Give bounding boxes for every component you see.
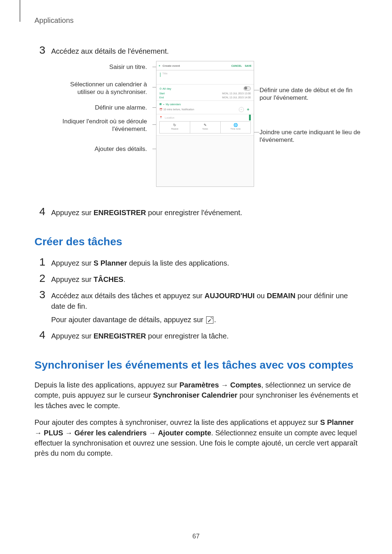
repeat-button[interactable]: ↻Repeat [159,121,190,134]
allday-row: ⊙ All day [159,86,251,91]
step-4a: 4 Appuyez sur ENREGISTRER pour enregistr… [34,206,359,218]
phone-mock: + Create event CANCEL SAVE Title ⊙ All d… [156,61,254,187]
step-number: 3 [34,45,45,57]
location-row[interactable]: 📍 Location [159,116,251,119]
save-button[interactable]: SAVE [245,65,252,67]
callout-title: Saisir un titre. [67,63,147,71]
sync-paragraph-2: Pour ajouter des comptes à synchroniser,… [34,417,359,459]
start-row[interactable]: StartMON, 13 JUL 2015 13:00 [159,92,251,95]
notes-icon: ✎ [190,123,220,127]
step-text: Appuyez sur S Planner depuis la liste de… [45,257,359,268]
step-number: 4 [34,206,45,218]
step-number: 1 [34,257,45,268]
allday-toggle[interactable] [244,86,251,91]
notes-button[interactable]: ✎Notes [190,121,220,134]
alarm-row[interactable]: ⏰ 10 mins before, Notification − + [159,107,251,112]
calendar-icon: ▦ [159,103,162,106]
page-header: Applications [34,16,359,25]
create-event-label: Create event [163,64,229,67]
timezone-button[interactable]: 🌐Time zone [220,121,251,134]
end-row[interactable]: EndMON, 13 JUL 2015 14:00 [159,96,251,99]
task-step-1: 1 Appuyez sur S Planner depuis la liste … [34,257,359,268]
title-field[interactable]: Title [156,70,254,85]
callout-details: Ajouter des détails. [60,145,147,153]
step-text: Appuyez sur TÂCHES. [45,273,359,285]
step-3: 3 Accédez aux détails de l'événement. [34,45,359,57]
diagram: Saisir un titre. Sélectionner un calendr… [34,61,359,195]
sync-paragraph-1: Depuis la liste des applications, appuye… [34,380,359,411]
step-number: 4 [34,329,45,341]
task-step-4: 4 Appuyez sur ENREGISTRER pour enregistr… [34,329,359,341]
step-number: 3 [34,289,45,325]
calendar-row[interactable]: ▦ • My calendars [159,103,251,106]
add-alarm-icon[interactable]: + [247,107,251,112]
repeat-icon: ↻ [160,123,190,127]
step-text: Appuyez sur ENREGISTRER pour enregistrer… [45,206,359,218]
phone-header: + Create event CANCEL SAVE [156,61,254,70]
timezone-icon: 🌐 [221,123,250,127]
plus-icon: + [159,64,160,67]
header-marker [20,0,20,22]
remove-alarm-icon[interactable]: − [239,107,244,112]
edit-icon [206,316,213,324]
step-text: Accédez aux détails des tâches et appuye… [45,289,359,325]
step-text: Accédez aux détails de l'événement. [45,45,359,57]
callout-alarm: Définir une alarme. [60,104,147,111]
step-number: 2 [34,273,45,285]
allday-label: All day [163,87,171,90]
callout-date: Définir une date de début et de fin pour… [260,86,361,102]
section-sync-title: Synchroniser les événements et les tâche… [34,359,359,371]
task-step-3: 3 Accédez aux détails des tâches et appu… [34,289,359,325]
callout-calendar: Sélectionner un calendrier à utiliser ou… [53,81,147,96]
cancel-button[interactable]: CANCEL [231,65,242,67]
title-placeholder: Title [162,72,168,75]
step-text: Appuyez sur ENREGISTRER pour enregistrer… [45,329,359,341]
callout-map: Joindre une carte indiquant le lieu de l… [260,128,361,144]
page-number: 67 [0,533,392,540]
task-step-2: 2 Appuyez sur TÂCHES. [34,273,359,285]
section-tasks-title: Créer des tâches [34,235,359,248]
detail-buttons: ↻Repeat ✎Notes 🌐Time zone [159,121,251,134]
location-icon: 📍 [159,116,163,119]
callout-location: Indiquer l'endroit où se déroule l'événe… [45,118,147,133]
